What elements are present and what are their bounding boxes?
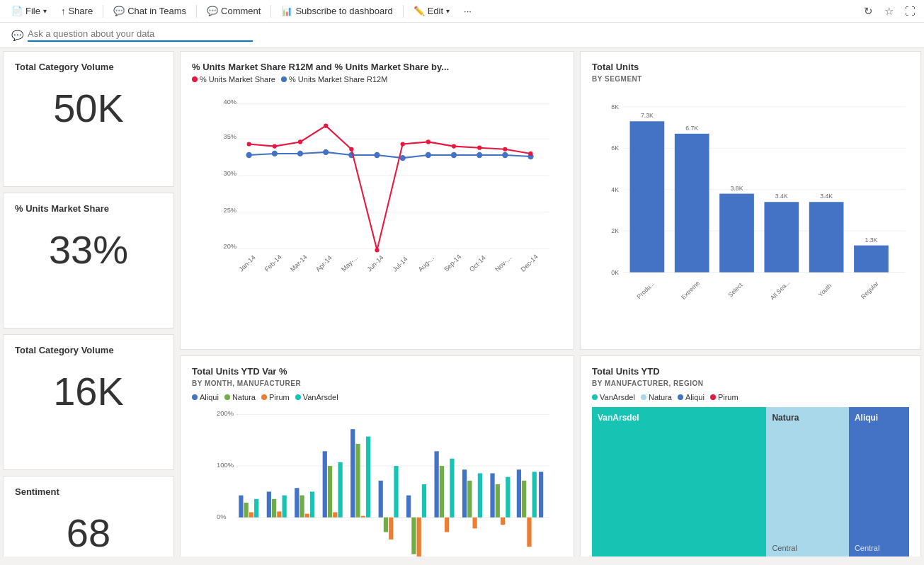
- feb-natura: [272, 499, 276, 518]
- bar-select: [719, 194, 754, 273]
- bar-chart-svg: 8K 6K 4K 2K 0K 7.3K Produ... 6.7K Extrem…: [592, 89, 909, 329]
- ytd-var-legend: Aliqui Natura Pirum VanArsdel: [192, 393, 562, 401]
- sep-vanarsdel: [478, 473, 482, 517]
- r12m-line: [249, 152, 531, 158]
- treemap-subtitle: BY MANUFACTURER, REGION: [592, 379, 909, 387]
- treemap-aliqui-region-label: Central: [855, 544, 879, 552]
- pct-units-line: [249, 126, 531, 251]
- file-icon: 📄: [11, 6, 23, 16]
- pct-dot-10: [477, 146, 481, 150]
- kpi-title-1: Total Category Volume: [15, 62, 162, 72]
- r12m-dot-10: [477, 152, 482, 158]
- jul-pirum-neg: [417, 518, 421, 557]
- ytd-var-subtitle: BY MONTH, MANUFACTURER: [192, 379, 562, 387]
- x-label-mar14: Mar-14: [289, 253, 309, 273]
- oct-pirum-neg: [501, 518, 505, 525]
- bar-label-extreme-val: 6.7K: [685, 125, 698, 132]
- more-label: ···: [464, 6, 472, 16]
- x-label-jul14: Jul-14: [392, 256, 409, 273]
- edit-chevron-icon: ▾: [446, 7, 450, 15]
- file-menu[interactable]: 📄 File ▾: [6, 3, 52, 19]
- bar-youth: [809, 202, 844, 272]
- pct-dot-11: [503, 147, 507, 152]
- legend-dot-vanarsdel: [295, 394, 301, 400]
- pct-dot-3: [298, 139, 302, 144]
- legend-dot-treemap-natura: [641, 394, 646, 400]
- nov-vanarsdel: [532, 472, 537, 517]
- subscribe-icon: 📊: [281, 6, 292, 16]
- x-label-dec14: Dec-14: [520, 253, 540, 273]
- legend-treemap-natura: Natura: [641, 393, 672, 401]
- jul-natura-neg: [411, 518, 416, 554]
- legend-pirum: Pirum: [261, 393, 290, 401]
- line-chart-title: % Units Market Share R12M and % Units Ma…: [192, 62, 562, 72]
- comment-button[interactable]: 💬 Comment: [201, 3, 266, 19]
- aug-aliqui: [435, 451, 439, 517]
- fullscreen-icon[interactable]: ⛶: [902, 2, 918, 20]
- bar-label-allsea-val: 3.4K: [775, 193, 788, 200]
- bar-label-select-val: 3.8K: [731, 185, 743, 192]
- chat-teams-button[interactable]: 💬 Chat in Teams: [108, 3, 192, 19]
- subscribe-button[interactable]: 📊 Subscribe to dashboard: [275, 3, 398, 19]
- oct-vanarsdel: [506, 477, 510, 518]
- x-label-apr14: Apr-14: [314, 254, 333, 273]
- treemap-aliqui-region[interactable]: Aliqui Central: [849, 407, 909, 557]
- bar-y-4k: 4K: [611, 186, 619, 193]
- treemap-vanarsdel-region[interactable]: VanArsdel Central: [592, 407, 766, 557]
- file-label: File: [25, 6, 40, 16]
- separator-3: [270, 5, 271, 18]
- treemap-title: Total Units YTD: [592, 366, 909, 377]
- mar-aliqui: [295, 488, 299, 518]
- share-button[interactable]: ↑ Share: [55, 3, 98, 19]
- treemap-vanarsdel-label: VanArsdel: [598, 413, 639, 423]
- bar-regular: [854, 246, 889, 273]
- legend-label-treemap-aliqui: Aliqui: [685, 393, 705, 401]
- feb-aliqui: [267, 491, 271, 517]
- pct-dot-6: [375, 248, 379, 252]
- ytd-var-chart-card: Total Units YTD Var % BY MONTH, MANUFACT…: [180, 355, 574, 557]
- more-button[interactable]: ···: [458, 3, 477, 19]
- legend-dot-pct-units: [192, 76, 198, 82]
- legend-label-treemap-natura: Natura: [649, 393, 672, 401]
- pct-dot-8: [426, 139, 430, 144]
- jan-vanarsdel: [254, 499, 258, 518]
- kpi-total-category-volume-2: Total Category Volume 16K: [3, 334, 174, 470]
- bar-label-extreme: Extreme: [680, 280, 701, 301]
- y-label-25: 25%: [224, 207, 237, 214]
- kpi-pct-market-share: % Units Market Share 33%: [3, 193, 174, 329]
- x-label-may14: May-...: [340, 254, 359, 273]
- r12m-dot-3: [297, 151, 303, 156]
- feb-vanarsdel: [283, 496, 287, 518]
- legend-treemap-aliqui: Aliqui: [678, 393, 705, 401]
- jan-natura: [244, 503, 249, 518]
- kpi-value-1: 50K: [15, 86, 162, 130]
- legend-label-aliqui: Aliqui: [200, 393, 219, 401]
- x-label-feb14: Feb-14: [263, 253, 283, 273]
- oct-aliqui: [490, 473, 494, 517]
- treemap-card: Total Units YTD BY MANUFACTURER, REGION …: [580, 355, 921, 557]
- qna-input[interactable]: [28, 28, 913, 39]
- ytd-y-100: 100%: [217, 462, 234, 469]
- line-chart-card: % Units Market Share R12M and % Units Ma…: [180, 51, 574, 350]
- r12m-dot-8: [426, 152, 431, 158]
- legend-dot-pirum: [261, 394, 267, 400]
- treemap-natura-region[interactable]: Natura Central: [766, 407, 848, 557]
- aug-pirum-neg: [445, 518, 449, 532]
- kpi-title-2: % Units Market Share: [15, 203, 162, 214]
- bookmark-icon[interactable]: ☆: [882, 2, 896, 21]
- may-aliqui: [350, 429, 355, 518]
- r12m-dot-2: [272, 151, 278, 156]
- bar-y-6k: 6K: [611, 144, 619, 152]
- apr-vanarsdel: [338, 462, 342, 518]
- comment-label: Comment: [221, 6, 261, 16]
- x-label-jun14: Jun-14: [366, 254, 385, 273]
- may-vanarsdel: [366, 437, 370, 518]
- legend-label-treemap-pirum: Pirum: [718, 393, 738, 401]
- edit-icon: ✏️: [413, 6, 425, 16]
- edit-label: Edit: [428, 6, 443, 16]
- separator-1: [103, 5, 103, 18]
- refresh-icon[interactable]: ↻: [861, 2, 876, 21]
- legend-dot-natura: [224, 394, 230, 400]
- edit-button[interactable]: ✏️ Edit ▾: [408, 3, 455, 19]
- jun-vanarsdel: [394, 466, 398, 518]
